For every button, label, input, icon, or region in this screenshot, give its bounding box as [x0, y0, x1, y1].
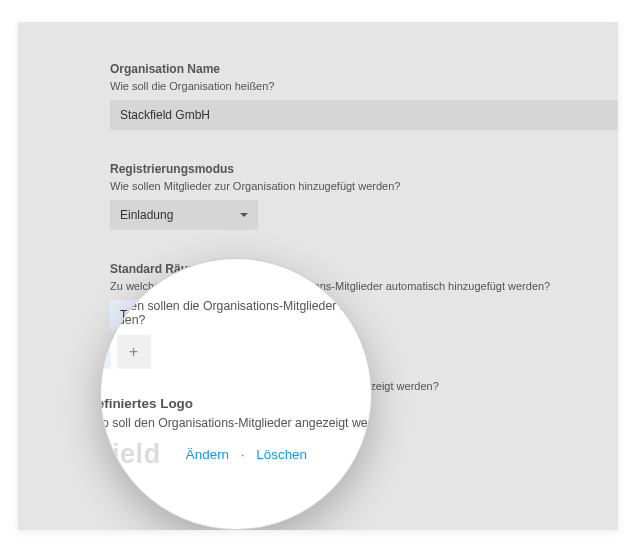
org-name-input[interactable]: [110, 100, 618, 130]
room-chip[interactable]: Tutorial ×: [110, 300, 181, 330]
close-icon[interactable]: ×: [166, 308, 173, 322]
room-chip-label: Tutorial: [120, 308, 160, 322]
separator-dot: ·: [297, 408, 300, 422]
logo-preview: stackfield: [110, 400, 226, 428]
org-name-label: Organisation Name: [110, 62, 618, 76]
rooms-label: Standard Räume: [110, 262, 618, 276]
add-room-button[interactable]: +: [187, 300, 217, 330]
logo-label: Benutzerdefiniertes Logo: [110, 362, 618, 376]
reg-mode-select[interactable]: Einladung: [110, 200, 258, 230]
reg-mode-hint: Wie sollen Mitglieder zur Organisation h…: [110, 180, 618, 192]
logo-hint: Welches Logo soll den Organisations-Mitg…: [110, 380, 618, 392]
logo-delete-link[interactable]: Löschen: [311, 408, 356, 422]
chevron-down-icon: [240, 213, 248, 217]
org-name-hint: Wie soll die Organisation heißen?: [110, 80, 618, 92]
reg-mode-label: Registrierungsmodus: [110, 162, 618, 176]
plus-icon: +: [198, 307, 206, 323]
rooms-hint: Zu welchen Räumen sollen die Organisatio…: [110, 280, 618, 292]
logo-change-link[interactable]: Ändern: [248, 408, 287, 422]
reg-mode-selected: Einladung: [120, 208, 173, 222]
